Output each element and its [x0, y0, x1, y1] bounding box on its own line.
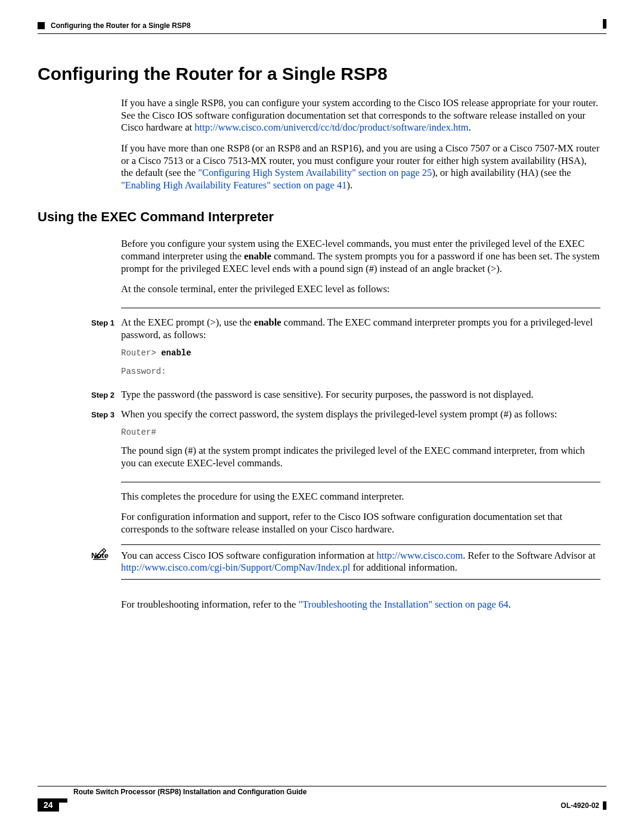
- text: ).: [346, 179, 352, 191]
- support-text: For configuration information and suppor…: [121, 511, 600, 535]
- step-2: Step 2 Type the password (the password i…: [91, 389, 600, 401]
- footer-guide-title: Route Switch Processor (RSP8) Installati…: [73, 788, 606, 796]
- text: . Refer to the Software Advisor at: [463, 550, 595, 561]
- section-heading: Using the EXEC Command Interpreter: [38, 209, 606, 225]
- troubleshooting-paragraph: For troubleshooting information, refer t…: [121, 599, 600, 611]
- page-number-block: 24: [38, 798, 67, 812]
- step-1: Step 1 At the EXEC prompt (>), use the e…: [91, 317, 600, 382]
- text: For troubleshooting information, refer t…: [121, 599, 298, 610]
- step-label: Step 1: [91, 317, 121, 382]
- text: You can access Cisco IOS software config…: [121, 550, 377, 561]
- intro-paragraph-2: If you have more than one RSP8 (or an RS…: [121, 143, 600, 192]
- doc-id-bar-icon: [603, 801, 606, 810]
- exec-intro-paragraph: Before you configure your system using t…: [121, 238, 600, 275]
- doc-id: OL-4920-02: [561, 801, 599, 810]
- steps-bottom-divider: [121, 482, 600, 482]
- code-prompt: Router>: [121, 348, 161, 358]
- step-label: Step 3: [91, 408, 121, 470]
- header-rule: [38, 33, 606, 34]
- enable-command-bold: enable: [244, 250, 271, 262]
- step-label: Step 2: [91, 389, 121, 401]
- code-command: enable: [161, 348, 191, 358]
- text: .: [469, 122, 471, 133]
- enable-command-bold: enable: [254, 317, 281, 328]
- page-title: Configuring the Router for a Single RSP8: [38, 64, 606, 84]
- footer-rule: [38, 786, 606, 786]
- step-text: Type the password (the password is case …: [121, 389, 600, 401]
- software-index-link[interactable]: http://www.cisco.com/univercd/cc/td/doc/…: [194, 122, 468, 133]
- console-instruction: At the console terminal, enter the privi…: [121, 283, 600, 296]
- doc-id-block: OL-4920-02: [561, 800, 606, 810]
- note-block: Note You can access Cisco IOS software c…: [91, 544, 600, 583]
- step-tail-text: The pound sign (#) at the system prompt …: [121, 445, 600, 469]
- software-advisor-link[interactable]: http://www.cisco.com/cgi-bin/Support/Com…: [121, 562, 350, 573]
- ha-section-link[interactable]: "Enabling High Availability Features" se…: [121, 179, 346, 191]
- text: .: [508, 599, 510, 610]
- page-corner-marker: [603, 19, 606, 29]
- code-router-prompt: Router#: [121, 426, 600, 439]
- page-number: 24: [38, 798, 59, 812]
- running-header: Configuring the Router for a Single RSP8: [38, 21, 606, 30]
- note-body: You can access Cisco IOS software config…: [121, 550, 600, 574]
- note-top-rule: [121, 544, 600, 545]
- text: At the EXEC prompt (>), use the: [121, 317, 254, 328]
- page-number-trail-icon: [59, 798, 67, 803]
- troubleshooting-link[interactable]: "Troubleshooting the Installation" secti…: [298, 599, 508, 610]
- code-password-prompt: Password:: [121, 366, 600, 378]
- intro-paragraph-1: If you have a single RSP8, you can confi…: [121, 97, 600, 134]
- running-header-text: Configuring the Router for a Single RSP8: [51, 21, 191, 30]
- cisco-home-link[interactable]: http://www.cisco.com: [377, 550, 463, 561]
- steps-top-divider: [121, 308, 600, 308]
- text: ), or high availability (HA) (see the: [432, 167, 571, 178]
- text: for additional information.: [350, 562, 457, 573]
- page-footer: Route Switch Processor (RSP8) Installati…: [38, 786, 606, 812]
- hsa-section-link[interactable]: "Configuring High System Availability" s…: [198, 167, 432, 178]
- step-text: When you specify the correct password, t…: [121, 408, 600, 421]
- note-bottom-rule: [121, 579, 600, 580]
- note-label: Note: [91, 550, 121, 574]
- code-router-enable: Router> enable: [121, 347, 600, 360]
- completion-text: This completes the procedure for using t…: [121, 491, 600, 503]
- step-3: Step 3 When you specify the correct pass…: [91, 408, 600, 470]
- header-bullet-icon: [38, 22, 45, 29]
